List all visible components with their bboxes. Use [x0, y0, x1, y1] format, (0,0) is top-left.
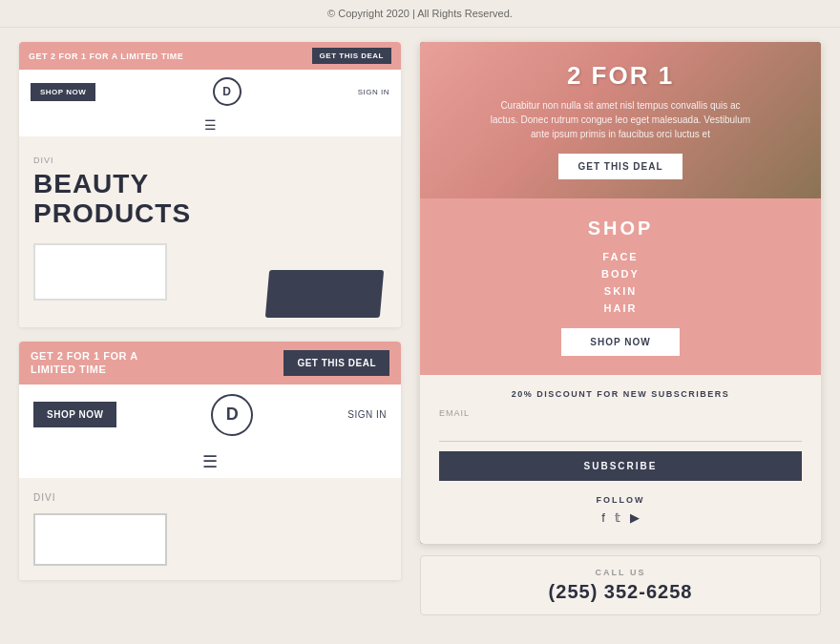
brand-label-2: DIVI [33, 492, 55, 503]
category-hair[interactable]: HAIR [434, 302, 807, 314]
shop-now-button-1[interactable]: SHOP NOW [31, 83, 95, 101]
category-body[interactable]: BODY [434, 268, 807, 280]
category-skin[interactable]: SKIN [434, 285, 807, 297]
copyright-text: © Copyright 2020 | All Rights Reserved. [327, 8, 513, 19]
social-icons: f 𝕥 ▶ [439, 510, 802, 525]
sign-in-2[interactable]: SIGN IN [347, 409, 387, 420]
twitter-icon[interactable]: 𝕥 [615, 510, 620, 525]
shop-categories: FACE BODY SKIN HAIR [434, 251, 807, 314]
mobile-card-1: GET 2 FOR 1 FOR A LIMITED TIME GET THIS … [19, 42, 401, 327]
call-us-card: CALL US (255) 352-6258 [420, 555, 821, 615]
get-this-deal-button[interactable]: GET THIS DEAL [558, 154, 682, 179]
hamburger-menu-1[interactable]: ☰ [19, 114, 401, 136]
youtube-icon[interactable]: ▶ [630, 510, 640, 525]
nav-bar-1: SHOP NOW D SIGN IN [19, 70, 401, 114]
email-label: EMAIL [439, 408, 802, 418]
shop-now-main-button[interactable]: SHOP NOW [561, 328, 679, 356]
shop-now-button-2[interactable]: SHOP NOW [33, 402, 116, 427]
banner-description: Curabitur non nulla sit amet nisl tempus… [487, 98, 754, 141]
white-box-2 [33, 513, 167, 566]
follow-label: FOLLOW [439, 495, 802, 505]
promo-text-2: GET 2 FOR 1 FOR A LIMITED TIME [31, 349, 138, 377]
discount-text: 20% DISCOUNT FOR NEW SUBSCRIBERS [439, 389, 802, 399]
promo-banner-2: GET 2 FOR 1 FOR A LIMITED TIME GET THIS … [19, 342, 401, 384]
hero-section-2: DIVI [19, 478, 401, 580]
white-box-1 [33, 243, 167, 301]
hero-title-1: BEAUTY PRODUCTS [33, 170, 387, 229]
category-face[interactable]: FACE [434, 251, 807, 262]
left-column: GET 2 FOR 1 FOR A LIMITED TIME GET THIS … [19, 42, 401, 621]
shop-section: SHOP FACE BODY SKIN HAIR SHOP NOW [420, 198, 821, 375]
deal-button-2[interactable]: GET THIS DEAL [284, 350, 389, 376]
call-us-label: CALL US [435, 568, 806, 577]
phone-number[interactable]: (255) 352-6258 [435, 581, 806, 603]
promo-text-1: GET 2 FOR 1 FOR A LIMITED TIME [29, 52, 183, 61]
sign-in-1[interactable]: SIGN IN [358, 88, 389, 96]
banner-title: 2 FOR 1 [567, 61, 674, 91]
hero-section-1: DIVI BEAUTY PRODUCTS [19, 136, 401, 327]
email-input[interactable] [439, 422, 802, 442]
main-content: GET 2 FOR 1 FOR A LIMITED TIME GET THIS … [0, 28, 840, 635]
main-preview-card: 2 FOR 1 Curabitur non nulla sit amet nis… [420, 42, 821, 544]
nav-bar-2: SHOP NOW D SIGN IN [19, 384, 401, 446]
footer-bar: © Copyright 2020 | All Rights Reserved. [0, 0, 840, 28]
shop-title: SHOP [434, 218, 807, 239]
facebook-icon[interactable]: f [601, 510, 605, 525]
mobile-card-2: GET 2 FOR 1 FOR A LIMITED TIME GET THIS … [19, 342, 401, 580]
follow-section: FOLLOW f 𝕥 ▶ [439, 490, 802, 530]
promo-banner-1: GET 2 FOR 1 FOR A LIMITED TIME GET THIS … [19, 42, 401, 70]
logo-1: D [213, 77, 242, 106]
two-for-one-banner: 2 FOR 1 Curabitur non nulla sit amet nis… [420, 42, 821, 198]
subscribe-button[interactable]: SUBSCRIBE [439, 451, 802, 481]
brand-label-1: DIVI [33, 156, 387, 165]
product-image-1 [265, 270, 384, 318]
right-column: 2 FOR 1 Curabitur non nulla sit amet nis… [420, 42, 821, 621]
hamburger-menu-2[interactable]: ☰ [19, 446, 401, 478]
subscribe-section: 20% DISCOUNT FOR NEW SUBSCRIBERS EMAIL S… [420, 375, 821, 544]
logo-2: D [211, 394, 253, 436]
deal-button-1[interactable]: GET THIS DEAL [312, 48, 391, 64]
